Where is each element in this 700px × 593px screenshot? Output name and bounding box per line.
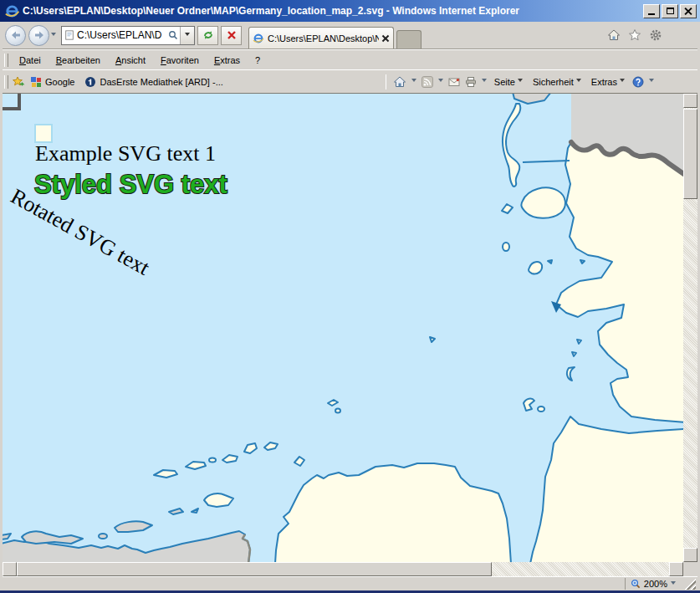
tab-close-button[interactable] <box>381 34 390 43</box>
svg-document-viewport: Example SVG text 1 Styled SVG text Rotat… <box>3 94 683 562</box>
forward-button[interactable] <box>28 25 49 46</box>
horizontal-scroll-track[interactable] <box>492 562 669 576</box>
chevron-down-icon <box>185 33 190 38</box>
menu-ansicht[interactable]: Ansicht <box>108 53 153 68</box>
status-right-panel: 200% <box>625 578 696 590</box>
scrollbar-corner <box>683 562 697 576</box>
example-svg-text: Example SVG text 1 <box>35 141 216 166</box>
sicherheit-label: Sicherheit <box>533 77 574 87</box>
browser-tab[interactable]: C:\Users\EPLAN\Desktop\Ne... <box>248 27 394 49</box>
ie-logo-icon <box>5 4 19 18</box>
ard-favicon <box>84 76 96 88</box>
seite-button[interactable]: Seite <box>492 74 525 89</box>
scroll-left-button[interactable] <box>3 562 17 576</box>
browser-window: C:\Users\EPLAN\Desktop\Neuer Ordner\MAP\… <box>0 0 700 593</box>
favorite-label: Google <box>45 77 74 87</box>
chevron-down-icon <box>51 33 56 38</box>
help-icon[interactable] <box>632 76 644 88</box>
menu-favoriten[interactable]: Favoriten <box>153 53 207 68</box>
close-button[interactable] <box>680 4 697 18</box>
address-bar[interactable]: C:\Users\EPLAN\D <box>61 26 195 45</box>
gear-icon[interactable] <box>649 28 662 42</box>
scroll-up-button[interactable] <box>683 94 697 108</box>
print-icon[interactable] <box>465 76 477 88</box>
chevron-down-icon[interactable] <box>438 79 443 84</box>
horizontal-scroll-thumb[interactable] <box>17 562 492 576</box>
rss-feed-icon[interactable] <box>422 76 433 88</box>
page-icon <box>64 30 74 40</box>
toolbar-grip[interactable] <box>4 54 8 67</box>
zoom-control[interactable]: 200% <box>625 578 681 590</box>
page-content: Example SVG text 1 Styled SVG text Rotat… <box>3 94 697 562</box>
refresh-icon <box>202 29 214 41</box>
command-bar: Seite Sicherheit Extras <box>384 74 654 89</box>
read-mail-icon[interactable] <box>448 76 460 88</box>
chevron-down-icon <box>620 79 625 84</box>
arrow-right-icon <box>674 566 681 573</box>
back-arrow-icon <box>10 29 22 41</box>
search-icon <box>168 30 178 40</box>
zoom-magnifier-icon <box>631 579 641 589</box>
vertical-scroll-thumb[interactable] <box>683 109 697 199</box>
favorites-bar: Google DasErste Mediathek [ARD] -... <box>3 69 697 94</box>
menu-extras[interactable]: Extras <box>207 53 248 68</box>
zoom-level-label: 200% <box>644 579 667 589</box>
scroll-down-button[interactable] <box>683 548 697 562</box>
vertical-scrollbar[interactable] <box>683 94 697 562</box>
menu-bearbeiten[interactable]: Bearbeiten <box>49 53 108 68</box>
sicherheit-button[interactable]: Sicherheit <box>530 74 584 89</box>
seite-label: Seite <box>494 77 515 87</box>
extras-button[interactable]: Extras <box>589 74 627 89</box>
window-resize-grip[interactable] <box>684 579 696 590</box>
refresh-button[interactable] <box>197 26 218 45</box>
minimize-button[interactable] <box>643 4 660 18</box>
toolbar-grip[interactable] <box>4 75 8 89</box>
history-dropdown[interactable] <box>51 30 56 40</box>
map-svg: Example SVG text 1 Styled SVG text Rotat… <box>3 94 683 562</box>
separator <box>386 74 386 89</box>
home-icon[interactable] <box>393 75 406 89</box>
title-bar: C:\Users\EPLAN\Desktop\Neuer Ordner\MAP\… <box>0 0 700 22</box>
home-icon[interactable] <box>607 28 621 42</box>
address-input[interactable]: C:\Users\EPLAN\D <box>77 29 166 41</box>
chevron-down-icon[interactable] <box>482 79 487 84</box>
favorite-label: DasErste Mediathek [ARD] -... <box>100 77 222 87</box>
horizontal-scrollbar-row <box>3 562 697 576</box>
add-favorite-icon[interactable] <box>12 75 25 89</box>
chevron-down-icon <box>671 581 676 587</box>
new-tab-button[interactable] <box>396 30 422 49</box>
demo-rect <box>35 125 52 142</box>
extras-label: Extras <box>591 77 617 87</box>
favorite-link-google[interactable]: Google <box>25 74 79 90</box>
tab-title: C:\Users\EPLAN\Desktop\Ne... <box>268 33 379 43</box>
favorites-star-icon[interactable] <box>628 28 641 42</box>
vertical-scroll-track[interactable] <box>683 199 697 548</box>
maximize-button[interactable] <box>662 4 678 18</box>
window-frame: C:\Users\EPLAN\D <box>0 22 700 590</box>
forward-arrow-icon <box>33 29 45 41</box>
chevron-down-icon[interactable] <box>649 79 654 84</box>
menu-bar: Datei Bearbeiten Ansicht Favoriten Extra… <box>3 49 697 69</box>
islet <box>335 409 340 413</box>
stop-button[interactable] <box>221 26 242 45</box>
favorite-link-mediathek[interactable]: DasErste Mediathek [ARD] -... <box>79 74 227 90</box>
menu-hilfe[interactable]: ? <box>248 53 268 68</box>
status-bar: 200% <box>3 576 697 590</box>
ie-tab-icon <box>253 33 264 44</box>
horizontal-scrollbar[interactable] <box>3 562 683 576</box>
scroll-right-button[interactable] <box>669 562 683 576</box>
arrow-down-icon <box>687 553 694 560</box>
menu-datei[interactable]: Datei <box>12 53 49 68</box>
chevron-down-icon <box>518 79 523 84</box>
navigation-bar: C:\Users\EPLAN\D <box>3 22 697 49</box>
stop-x-icon <box>226 29 238 41</box>
baltrum-island <box>209 458 216 463</box>
address-dropdown-button[interactable] <box>180 27 194 44</box>
window-title: C:\Users\EPLAN\Desktop\Neuer Ordner\MAP\… <box>23 5 641 17</box>
back-button[interactable] <box>5 25 26 46</box>
arrow-left-icon <box>5 566 12 573</box>
nav-quick-icons <box>607 28 662 42</box>
chevron-down-icon[interactable] <box>411 79 416 84</box>
nl-island <box>99 534 107 539</box>
minimize-icon <box>648 13 655 15</box>
